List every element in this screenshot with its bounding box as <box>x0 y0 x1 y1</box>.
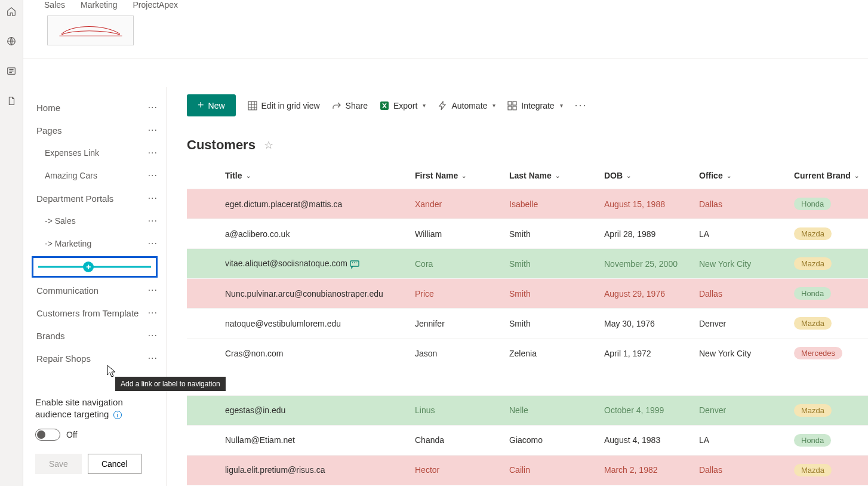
chevron-down-icon: ⌄ <box>461 173 466 179</box>
nav-item-menu-icon[interactable]: ··· <box>148 307 158 318</box>
column-header[interactable]: Last Name⌄ <box>509 162 604 189</box>
table-row[interactable]: vitae.aliquet@sociisnatoque.com CoraSmit… <box>187 249 868 279</box>
nav-item-label: Customers from Template <box>36 308 138 318</box>
chevron-down-icon: ⌄ <box>555 173 560 179</box>
cell-dob: April 1, 1972 <box>604 339 699 368</box>
hub-tab[interactable]: Marketing <box>81 0 117 10</box>
nav-item-label: Department Portals <box>36 193 113 204</box>
audience-targeting-label: Enable site navigation audience targetin… <box>35 396 154 421</box>
brand-pill: Mazda <box>794 404 832 417</box>
cell-office: New York City <box>699 249 794 279</box>
favorite-star-icon[interactable]: ☆ <box>264 139 273 152</box>
nav-item-label: -> Sales <box>45 216 76 226</box>
comment-icon[interactable] <box>350 260 359 269</box>
cell-fn: Jason <box>415 339 509 368</box>
nav-item[interactable]: Brands··· <box>23 324 166 347</box>
hub-tab[interactable]: ProjectApex <box>133 0 178 10</box>
nav-item-menu-icon[interactable]: ··· <box>148 125 158 136</box>
nav-item-menu-icon[interactable]: ··· <box>148 170 158 181</box>
integrate-button[interactable]: Integrate▾ <box>507 101 562 110</box>
nav-item[interactable]: Amazing Cars··· <box>23 164 166 187</box>
cell-title: Nunc.pulvinar.arcu@conubianostraper.edu <box>225 279 415 309</box>
nav-item-menu-icon[interactable]: ··· <box>148 353 158 364</box>
table-row[interactable]: ligula.elit.pretium@risus.caHectorCailin… <box>187 455 868 485</box>
audience-targeting-toggle[interactable] <box>35 429 60 441</box>
nav-item-label: -> Marketing <box>45 239 91 248</box>
cell-ln: Zelenia <box>509 339 604 368</box>
nav-item-menu-icon[interactable]: ··· <box>148 285 158 296</box>
edit-grid-button[interactable]: Edit in grid view <box>248 101 320 110</box>
nav-item[interactable]: -> Sales··· <box>23 210 166 232</box>
save-button[interactable]: Save <box>35 454 82 474</box>
home-icon[interactable] <box>6 6 17 17</box>
cancel-button[interactable]: Cancel <box>88 454 141 474</box>
chevron-down-icon: ▾ <box>423 102 426 109</box>
automate-button[interactable]: Automate▾ <box>438 101 495 110</box>
nav-item-menu-icon[interactable]: ··· <box>148 193 158 204</box>
site-header: Sales Marketing ProjectApex <box>23 0 868 59</box>
globe-icon[interactable] <box>6 36 17 47</box>
cell-title: ligula.elit.pretium@risus.ca <box>225 455 415 485</box>
nav-item[interactable]: -> Marketing··· <box>23 232 166 255</box>
cell-office: Denver <box>699 309 794 339</box>
share-button[interactable]: Share <box>332 101 368 110</box>
hub-tab[interactable]: Sales <box>44 0 65 10</box>
cell-brand: Mazda <box>794 395 868 425</box>
nav-item-menu-icon[interactable]: ··· <box>148 238 158 249</box>
table-row[interactable]: natoque@vestibulumlorem.eduJenniferSmith… <box>187 309 868 339</box>
nav-item-menu-icon[interactable]: ··· <box>148 330 158 341</box>
table-row[interactable]: Cras@non.comJasonZeleniaApril 1, 1972New… <box>187 339 868 368</box>
nav-item-menu-icon[interactable]: ··· <box>148 147 158 158</box>
table-row[interactable]: a@aclibero.co.ukWilliamSmithApril 28, 19… <box>187 219 868 249</box>
column-header[interactable]: Current Brand⌄ <box>794 162 868 189</box>
table-row[interactable]: egestas@in.eduLinusNelleOctober 4, 1999D… <box>187 395 868 425</box>
brand-pill: Honda <box>794 198 831 210</box>
new-button[interactable]: +New <box>187 94 236 116</box>
nav-item-menu-icon[interactable]: ··· <box>148 102 158 113</box>
cell-title: Nullam@Etiam.net <box>225 425 415 455</box>
table-row[interactable]: Nullam@Etiam.netChandaGiacomoAugust 4, 1… <box>187 425 868 455</box>
cell-brand: Honda <box>794 279 868 309</box>
cell-dob: November 25, 2000 <box>604 249 699 279</box>
info-icon[interactable]: i <box>113 411 122 419</box>
nav-item[interactable]: Communication··· <box>23 279 166 302</box>
column-header[interactable]: First Name⌄ <box>415 162 509 189</box>
chevron-down-icon: ▾ <box>493 102 495 109</box>
list-title: Customers <box>187 137 256 153</box>
column-header[interactable]: Title⌄ <box>225 162 415 189</box>
nav-item[interactable]: Repair Shops··· <box>23 347 166 370</box>
nav-item-label: Repair Shops <box>36 353 91 364</box>
cell-ln: Smith <box>509 279 604 309</box>
cell-brand: Mazda <box>794 309 868 339</box>
nav-item-menu-icon[interactable]: ··· <box>148 216 158 226</box>
svg-rect-4 <box>508 101 512 105</box>
nav-item[interactable]: Department Portals··· <box>23 187 166 210</box>
site-logo[interactable] <box>47 16 134 45</box>
cell-ln: Smith <box>509 219 604 249</box>
nav-item[interactable]: Expenses Link··· <box>23 142 166 164</box>
cell-office: New York City <box>699 339 794 368</box>
add-nav-link-insertion[interactable]: + <box>32 256 158 278</box>
nav-item[interactable]: Customers from Template··· <box>23 302 166 324</box>
table-row[interactable]: Nunc.pulvinar.arcu@conubianostraper.eduP… <box>187 279 868 309</box>
document-icon[interactable] <box>6 96 17 106</box>
cell-office: Dallas <box>699 189 794 219</box>
export-button[interactable]: Export▾ <box>380 101 426 110</box>
table-row[interactable]: eget.dictum.placerat@mattis.caXanderIsab… <box>187 189 868 219</box>
column-header[interactable]: DOB⌄ <box>604 162 699 189</box>
brand-pill: Honda <box>794 287 831 300</box>
column-header[interactable]: Office⌄ <box>699 162 794 189</box>
cell-dob: March 2, 1982 <box>604 455 699 485</box>
nav-item[interactable]: Home··· <box>23 96 166 119</box>
newspaper-icon[interactable] <box>6 66 17 76</box>
cell-fn: Price <box>415 279 509 309</box>
cell-fn: Linus <box>415 395 509 425</box>
chevron-down-icon: ⌄ <box>626 173 631 179</box>
add-link-tooltip: Add a link or label to navigation <box>115 377 226 391</box>
nav-item[interactable]: Pages··· <box>23 119 166 142</box>
chevron-down-icon: ⌄ <box>854 173 859 179</box>
brand-pill: Mercedes <box>794 347 842 359</box>
cell-office: LA <box>699 219 794 249</box>
cell-brand: Mazda <box>794 219 868 249</box>
overflow-menu[interactable]: ··· <box>575 99 587 112</box>
